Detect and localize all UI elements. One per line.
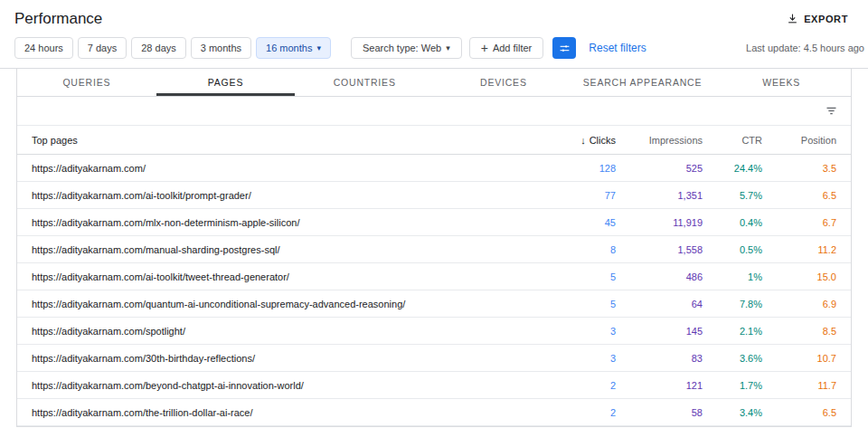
export-button[interactable]: EXPORT xyxy=(781,9,854,28)
table-row[interactable]: https://adityakarnam.com/spotlight/31452… xyxy=(17,318,851,345)
page-url-cell: https://adityakarnam.com/manual-sharding… xyxy=(32,244,543,255)
column-header-top-pages: Top pages xyxy=(32,135,543,146)
clicks-cell: 3 xyxy=(543,353,616,364)
add-filter-label: Add filter xyxy=(493,43,532,53)
ctr-cell: 3.6% xyxy=(703,353,762,364)
chip-3-months[interactable]: 3 months xyxy=(191,37,251,59)
impressions-cell: 58 xyxy=(616,407,703,418)
table-header-row: Top pages ↓Clicks Impressions CTR Positi… xyxy=(17,126,851,155)
table-row[interactable]: https://adityakarnam.com/beyond-chatgpt-… xyxy=(17,372,851,399)
clicks-cell: 2 xyxy=(543,380,616,391)
page-url-cell: https://adityakarnam.com/quantum-ai-unco… xyxy=(32,299,543,309)
clicks-cell: 45 xyxy=(543,217,616,228)
caret-down-icon: ▾ xyxy=(446,44,450,52)
performance-page: Performance EXPORT 24 hours 7 days 28 da… xyxy=(0,0,868,427)
table-toolbar xyxy=(17,97,851,126)
chip-24-hours[interactable]: 24 hours xyxy=(14,37,73,59)
ctr-cell: 24.4% xyxy=(703,163,762,174)
date-range-chips: 24 hours 7 days 28 days 3 months 16 mont… xyxy=(14,37,331,59)
page-url-cell: https://adityakarnam.com/ai-toolkit/twee… xyxy=(32,271,543,282)
export-label: EXPORT xyxy=(804,14,848,24)
clicks-cell: 5 xyxy=(543,299,616,309)
tab-weeks[interactable]: WEEKS xyxy=(712,69,851,96)
column-header-ctr[interactable]: CTR xyxy=(703,135,762,146)
impressions-cell: 121 xyxy=(616,380,703,391)
reset-filters-link[interactable]: Reset filters xyxy=(589,42,646,54)
clicks-cell: 77 xyxy=(543,190,616,201)
page-url-cell: https://adityakarnam.com/ xyxy=(32,163,543,174)
search-type-label: Search type: Web xyxy=(363,43,441,53)
table-row[interactable]: https://adityakarnam.com/ai-toolkit/prom… xyxy=(17,182,851,209)
column-header-position[interactable]: Position xyxy=(762,135,836,146)
sort-arrow-down-icon: ↓ xyxy=(580,135,586,146)
table-row[interactable]: https://adityakarnam.com/the-trillion-do… xyxy=(17,399,851,426)
page-url-cell: https://adityakarnam.com/the-trillion-do… xyxy=(32,407,543,418)
add-filter-chip[interactable]: + Add filter xyxy=(469,37,544,59)
tab-queries[interactable]: QUERIES xyxy=(17,69,156,96)
page-url-cell: https://adityakarnam.com/beyond-chatgpt-… xyxy=(32,380,543,391)
filter-list-button[interactable] xyxy=(823,102,840,119)
ctr-cell: 0.4% xyxy=(703,217,762,228)
clicks-cell: 2 xyxy=(543,407,616,418)
filter-list-icon xyxy=(825,104,838,118)
ctr-cell: 3.4% xyxy=(703,407,762,418)
table-row[interactable]: https://adityakarnam.com/30th-birthday-r… xyxy=(17,345,851,372)
page-url-cell: https://adityakarnam.com/mlx-non-determi… xyxy=(32,217,543,228)
chip-7-days[interactable]: 7 days xyxy=(78,37,127,59)
tab-pages[interactable]: PAGES xyxy=(156,69,296,96)
table-row[interactable]: https://adityakarnam.com/mlx-non-determi… xyxy=(17,209,851,236)
position-cell: 6.7 xyxy=(762,217,836,228)
filter-bar: 24 hours 7 days 28 days 3 months 16 mont… xyxy=(0,33,868,68)
table-card: QUERIES PAGES COUNTRIES DEVICES SEARCH A… xyxy=(16,69,852,427)
ctr-cell: 7.8% xyxy=(703,299,762,309)
page-url-cell: https://adityakarnam.com/ai-toolkit/prom… xyxy=(32,190,543,201)
ctr-cell: 0.5% xyxy=(703,244,762,255)
clicks-cell: 128 xyxy=(543,163,616,174)
chip-16-months-label: 16 months xyxy=(266,43,312,53)
table-body: https://adityakarnam.com/12852524.4%3.5h… xyxy=(17,155,851,426)
position-cell: 10.7 xyxy=(762,353,836,364)
position-cell: 6.5 xyxy=(762,407,836,418)
impressions-cell: 486 xyxy=(616,271,703,282)
last-update-text: Last update: 4.5 hours ago xyxy=(746,43,864,53)
position-cell: 11.7 xyxy=(762,380,836,391)
column-header-impressions[interactable]: Impressions xyxy=(616,135,703,146)
position-cell: 6.5 xyxy=(762,190,836,201)
impressions-cell: 525 xyxy=(616,163,703,174)
position-cell: 8.5 xyxy=(762,326,836,337)
page-url-cell: https://adityakarnam.com/30th-birthday-r… xyxy=(32,353,543,364)
position-cell: 11.2 xyxy=(762,244,836,255)
chip-28-days[interactable]: 28 days xyxy=(131,37,186,59)
impressions-cell: 83 xyxy=(616,353,703,364)
tab-search-appearance[interactable]: SEARCH APPEARANCE xyxy=(573,69,712,96)
table-row[interactable]: https://adityakarnam.com/ai-toolkit/twee… xyxy=(17,263,851,290)
impressions-cell: 11,919 xyxy=(616,217,703,228)
position-cell: 15.0 xyxy=(762,271,836,282)
column-header-clicks[interactable]: ↓Clicks xyxy=(543,135,616,146)
table-row[interactable]: https://adityakarnam.com/12852524.4%3.5 xyxy=(17,155,851,182)
tune-icon xyxy=(559,43,571,54)
impressions-cell: 64 xyxy=(616,299,703,309)
caret-down-icon: ▾ xyxy=(316,44,321,52)
download-icon xyxy=(787,13,798,24)
dimension-tabs: QUERIES PAGES COUNTRIES DEVICES SEARCH A… xyxy=(17,69,851,97)
ctr-cell: 2.1% xyxy=(703,326,762,337)
table-row[interactable]: https://adityakarnam.com/manual-sharding… xyxy=(17,236,851,263)
tab-countries[interactable]: COUNTRIES xyxy=(295,69,434,96)
ctr-cell: 1% xyxy=(703,271,762,282)
impressions-cell: 1,558 xyxy=(616,244,703,255)
table-row[interactable]: https://adityakarnam.com/quantum-ai-unco… xyxy=(17,290,851,318)
clicks-cell: 8 xyxy=(543,244,616,255)
impressions-cell: 1,351 xyxy=(616,190,703,201)
plus-icon: + xyxy=(481,42,488,54)
search-type-chip[interactable]: Search type: Web ▾ xyxy=(351,37,462,59)
tune-button[interactable] xyxy=(552,37,576,59)
impressions-cell: 145 xyxy=(616,326,703,337)
chip-16-months[interactable]: 16 months ▾ xyxy=(256,37,331,59)
clicks-cell: 5 xyxy=(543,271,616,282)
clicks-cell: 3 xyxy=(543,326,616,337)
page-url-cell: https://adityakarnam.com/spotlight/ xyxy=(32,326,543,337)
ctr-cell: 1.7% xyxy=(703,380,762,391)
tab-devices[interactable]: DEVICES xyxy=(434,69,573,96)
app-header: Performance EXPORT xyxy=(0,0,868,33)
